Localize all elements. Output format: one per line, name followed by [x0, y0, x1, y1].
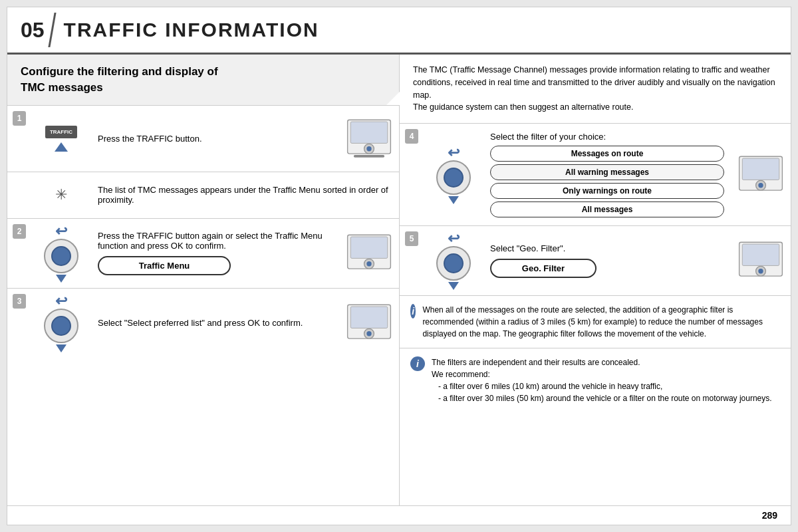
arrow-down-3: [56, 344, 66, 352]
step-3-circle: 3: [13, 294, 26, 309]
device-svg-1: [344, 115, 394, 162]
step-3-icon: ↩: [31, 289, 91, 358]
svg-rect-4: [354, 155, 384, 158]
left-column: Configure the filtering and display ofTM…: [7, 55, 400, 505]
step-3-text: Select "Select preferred list" and press…: [98, 318, 332, 328]
step-sun-row: ✳ The list of TMC messages appears under…: [7, 172, 399, 219]
step-2-text: Press the TRAFFIC button again or select…: [98, 231, 332, 251]
arrow-down-2: [56, 275, 66, 283]
chapter-title: TRAFFIC INFORMATION: [64, 19, 319, 41]
step-3-content: Select "Select preferred list" and press…: [91, 289, 339, 358]
page: 05 TRAFFIC INFORMATION Configure the fil…: [7, 7, 791, 525]
step-3-device: [339, 289, 399, 358]
filter-btn-all-messages[interactable]: All messages: [490, 201, 724, 217]
dial-circle-3: [44, 309, 78, 343]
step-4-icon: ↩: [424, 124, 483, 225]
dial-inner-4: [444, 168, 464, 188]
page-header: 05 TRAFFIC INFORMATION: [7, 7, 791, 55]
filter-btn-all-warnings[interactable]: All warning messages: [490, 164, 724, 180]
step-5-device: [731, 226, 791, 295]
dial-icon-5: ↩: [436, 231, 471, 290]
step-2-device: [339, 219, 399, 288]
step-5-row: 5 ↩ Select "Geo. Filter". Geo. Filter: [400, 226, 791, 296]
intro-text: The TMC (Traffic Message Channel) messag…: [413, 65, 775, 112]
step-4-text: Select the filter of your choice:: [490, 132, 724, 142]
sun-icon: ✳: [55, 186, 67, 203]
step-5-circle: 5: [405, 231, 418, 246]
device-svg-5: [736, 237, 785, 284]
step-4-row: 4 ↩ Select the filter of your choice: Me…: [400, 124, 791, 226]
step-sun-placeholder: [13, 178, 26, 192]
dial-inner-2: [51, 246, 71, 266]
svg-rect-1: [350, 122, 388, 143]
info-row-2: i The filters are independent and their …: [400, 348, 791, 505]
step-2-icon: ↩: [31, 219, 91, 288]
step-5-icon: ↩: [424, 226, 483, 295]
svg-rect-10: [350, 307, 388, 328]
svg-point-8: [366, 261, 371, 266]
info-icon-1: i: [410, 304, 416, 319]
step-4-number: 4: [400, 124, 424, 225]
device-svg-4: [736, 152, 785, 198]
info-text-2: The filters are independent and their re…: [432, 356, 772, 404]
step-2-row: 2 ↩ Press the TRAFFIC button again or se…: [7, 219, 399, 289]
traffic-btn-label: TRAFFIC: [45, 126, 77, 138]
step-2-content: Press the TRAFFIC button again or select…: [91, 219, 339, 288]
step-5-number: 5: [400, 226, 424, 295]
info-icon-2: i: [410, 356, 425, 371]
filter-btn-messages-on-route[interactable]: Messages on route: [490, 146, 724, 162]
svg-point-20: [758, 269, 763, 273]
dial-circle-2: [44, 239, 78, 273]
step-1-number: 1: [7, 106, 31, 172]
arrow-curved-3: ↩: [55, 294, 67, 309]
filter-btn-warnings-on-route[interactable]: Only warnings on route: [490, 183, 724, 199]
step-5-text: Select "Geo. Filter".: [490, 243, 724, 253]
svg-point-3: [366, 146, 371, 151]
arrow-up-icon: [55, 142, 68, 152]
step-2-circle: 2: [13, 224, 26, 239]
step-3-row: 3 ↩ Select "Select preferred list" and p…: [7, 289, 399, 358]
arrow-down-5: [448, 282, 459, 290]
step-1-device: [339, 106, 399, 172]
info-text-1: When all of the messages on the route ar…: [422, 304, 780, 340]
info-row-1: i When all of the messages on the route …: [400, 296, 791, 348]
arrow-down-4: [448, 196, 459, 204]
dial-inner-5: [444, 253, 464, 273]
step-4-circle: 4: [405, 129, 418, 144]
dial-icon-3: ↩: [44, 294, 78, 352]
step-1-content: Press the TRAFFIC button.: [91, 106, 339, 172]
step-sun-content: The list of TMC messages appears under t…: [91, 172, 399, 218]
step-5-content: Select "Geo. Filter". Geo. Filter: [483, 226, 731, 295]
device-svg-3: [344, 300, 394, 346]
filter-buttons-list: Messages on route All warning messages O…: [490, 146, 724, 217]
step-4-device: [731, 124, 791, 225]
traffic-menu-button: Traffic Menu: [98, 256, 231, 275]
arrow-curved-5: ↩: [448, 231, 460, 246]
step-sun-icon: ✳: [31, 172, 91, 218]
svg-rect-18: [742, 244, 779, 265]
chapter-number: 05: [21, 18, 45, 43]
arrow-curved-4: ↩: [448, 146, 460, 160]
step-3-number: 3: [7, 289, 31, 358]
step-1-icon-area: TRAFFIC: [31, 106, 91, 172]
subtitle-text: Configure the filtering and display ofTM…: [21, 64, 386, 96]
arrow-curved-2: ↩: [55, 224, 67, 239]
slash-divider: [48, 13, 56, 47]
step-2-number: 2: [7, 219, 31, 288]
subtitle-box: Configure the filtering and display ofTM…: [7, 55, 399, 106]
step-sun-number: [7, 172, 31, 218]
dial-icon-4: ↩: [436, 146, 471, 204]
dial-inner-3: [51, 316, 71, 336]
device-svg-2: [344, 230, 394, 277]
traffic-button-icon: TRAFFIC: [45, 126, 77, 152]
dial-icon-2: ↩: [44, 224, 78, 283]
step-1-row: 1 TRAFFIC Press the TRAFFIC button.: [7, 106, 399, 172]
intro-text-box: The TMC (Traffic Message Channel) messag…: [400, 55, 791, 124]
dial-circle-4: [436, 160, 471, 195]
step-1-text: Press the TRAFFIC button.: [98, 134, 332, 144]
header-left: 05 TRAFFIC INFORMATION: [7, 7, 319, 53]
svg-rect-6: [350, 237, 388, 258]
step-1-circle: 1: [13, 111, 26, 126]
svg-point-12: [366, 331, 371, 336]
svg-rect-14: [742, 158, 779, 180]
